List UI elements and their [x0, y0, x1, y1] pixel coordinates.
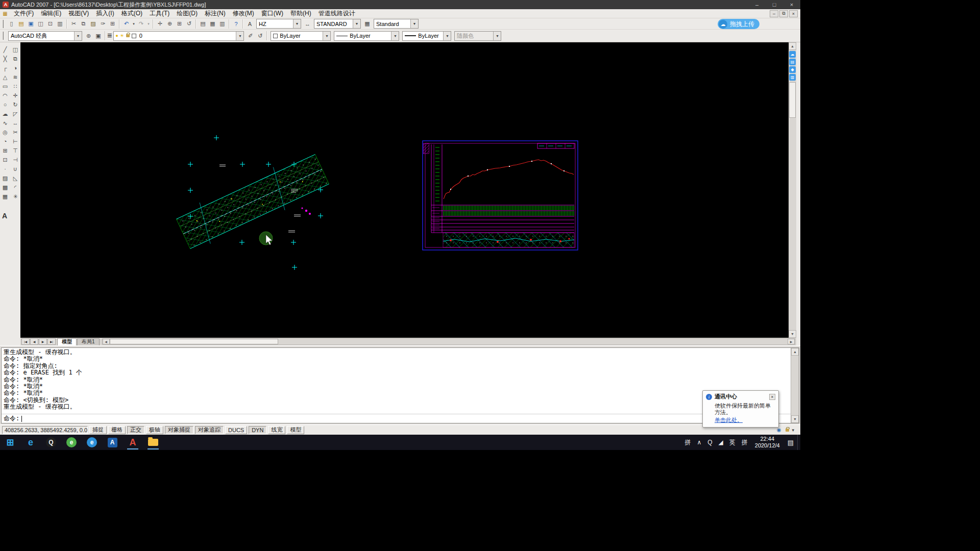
construction-line-icon[interactable]: ╳	[1, 54, 10, 63]
coordinate-readout[interactable]: 408256.2633, 3885492.4259, 0.0000	[2, 426, 88, 434]
command-prompt-line[interactable]: 命令:	[2, 414, 791, 423]
mdi-restore-button[interactable]: ⧉	[779, 10, 788, 17]
properties-palette-icon[interactable]: ▤	[198, 19, 208, 29]
line-icon[interactable]: ╱	[1, 45, 10, 54]
mdi-close-button[interactable]: ×	[789, 10, 798, 17]
plugin-dock-icon-1[interactable]: ▤	[789, 59, 796, 65]
taskbar-app-autocad[interactable]: A	[122, 435, 143, 450]
tab-nav-3[interactable]: ▶|	[47, 338, 56, 345]
save-workspace-icon[interactable]: ▣	[93, 31, 103, 40]
polygon-icon[interactable]: △	[1, 72, 10, 82]
scroll-down-button[interactable]: ▼	[791, 415, 799, 423]
combo-arrow-icon[interactable]: ▼	[74, 32, 82, 40]
scale-icon[interactable]: ◸	[11, 109, 20, 118]
tab-布局1[interactable]: 布局1	[77, 338, 100, 345]
combo-arrow-icon[interactable]: ▼	[293, 19, 301, 28]
tray-ime-mode[interactable]: 拼	[739, 435, 751, 450]
taskbar-app-ie[interactable]: e	[82, 435, 102, 450]
zoom-realtime-icon[interactable]: ⊕	[165, 19, 175, 29]
model-space-canvas[interactable]	[20, 42, 789, 338]
undo-icon[interactable]: ↶	[121, 19, 131, 29]
close-button[interactable]: ×	[783, 0, 800, 9]
table-style-icon[interactable]: ▦	[362, 19, 372, 29]
status-toggle-线宽[interactable]: 线宽	[268, 426, 285, 434]
combo-arrow-icon[interactable]: ▼	[353, 19, 360, 28]
linetype-combo[interactable]: ByLayer ▼	[334, 31, 399, 41]
make-block-icon[interactable]: ⊡	[1, 155, 10, 164]
qnew-icon[interactable]: ▯	[7, 19, 16, 29]
taskbar-app-qq[interactable]: Q	[41, 435, 61, 450]
scroll-up-button[interactable]: ▲	[791, 348, 799, 356]
scrollbar-thumb[interactable]	[789, 82, 796, 118]
mdi-minimize-button[interactable]: –	[770, 10, 778, 17]
tray-notification-icon[interactable]: ▤	[784, 435, 797, 450]
redo-more-icon[interactable]: ▾	[146, 19, 151, 29]
erase-icon[interactable]: ◫	[11, 45, 20, 54]
menu-item-标注(N)[interactable]: 标注(N)	[201, 9, 229, 18]
text-style-combo[interactable]: HZ ▼	[256, 19, 301, 29]
gradient-icon[interactable]: ▩	[1, 183, 10, 192]
rectangle-icon[interactable]: ▭	[1, 82, 10, 91]
canvas-drawing[interactable]	[20, 42, 789, 338]
stretch-icon[interactable]: ↔	[11, 118, 20, 128]
taskbar-app-cad-launcher[interactable]: A	[102, 435, 122, 450]
copy-object-icon[interactable]: ⧉	[11, 54, 20, 63]
trim-icon[interactable]: ✂	[11, 128, 20, 137]
undo-more-icon[interactable]: ▾	[131, 19, 136, 29]
scroll-right-button[interactable]: ▶	[788, 339, 795, 344]
layer-combo[interactable]: ● ☀ 0 ▼	[113, 31, 244, 41]
status-toggle-DUCS[interactable]: DUCS	[225, 426, 247, 434]
menu-item-插入(I)[interactable]: 插入(I)	[92, 9, 117, 18]
taskbar-app-explorer[interactable]	[143, 435, 163, 450]
taskbar-app-start[interactable]: ⊞	[0, 435, 20, 450]
menu-item-帮助(H)[interactable]: 帮助(H)	[287, 9, 315, 18]
redo-icon[interactable]: ↷	[136, 19, 146, 29]
pan-icon[interactable]: ✛	[155, 19, 165, 29]
offset-icon[interactable]: ≋	[11, 72, 20, 82]
taskbar-app-edge[interactable]: e	[20, 435, 41, 450]
combo-arrow-icon[interactable]: ▼	[443, 32, 451, 40]
taskbar-app-browser-360[interactable]: e	[61, 435, 82, 450]
plugin-dock-icon-3[interactable]: ▥	[789, 74, 796, 81]
open-icon[interactable]: ▤	[16, 19, 26, 29]
minimize-button[interactable]: –	[748, 0, 766, 9]
tab-nav-0[interactable]: |◀	[21, 338, 30, 345]
save-icon[interactable]: ▣	[26, 19, 36, 29]
popup-close-button[interactable]: ×	[769, 394, 775, 400]
copy-clip-icon[interactable]: ⧉	[79, 19, 88, 29]
circle-icon[interactable]: ○	[1, 100, 10, 109]
revision-cloud-icon[interactable]: ☁	[1, 109, 10, 118]
combo-arrow-icon[interactable]: ▼	[236, 32, 243, 40]
status-toggle-DYN[interactable]: DYN	[249, 426, 266, 434]
canvas-vertical-scrollbar[interactable]: ▲ ☁▤◆▥ ▼	[789, 42, 796, 338]
menu-item-工具(T)[interactable]: 工具(T)	[146, 9, 173, 18]
status-toggle-正交[interactable]: 正交	[127, 426, 144, 434]
communication-center-icon[interactable]: ◉	[777, 427, 781, 433]
polyline-icon[interactable]: ┌	[1, 63, 10, 72]
plot-preview-icon[interactable]: ⊡	[45, 19, 55, 29]
hatch-icon[interactable]: ▨	[1, 173, 10, 183]
paste-icon[interactable]: ▨	[88, 19, 98, 29]
tray-qq-tray[interactable]: Q	[704, 435, 715, 450]
zoom-previous-icon[interactable]: ↺	[184, 19, 194, 29]
array-icon[interactable]: ∷	[11, 82, 20, 91]
scroll-up-button[interactable]: ▲	[789, 42, 796, 50]
taskbar-clock[interactable]: 22:44 2020/12/4	[751, 436, 784, 449]
tray-network[interactable]: ◢	[716, 435, 726, 450]
publish-icon[interactable]: ▥	[55, 19, 65, 29]
layer-on-bulb-icon[interactable]: ●	[115, 33, 118, 38]
cloud-upload-button[interactable]: ☁ 拖拽上传	[718, 19, 760, 29]
layer-previous-icon[interactable]: ↺	[255, 31, 265, 40]
join-icon[interactable]: ∪	[11, 164, 20, 173]
status-toggle-捕捉[interactable]: 捕捉	[89, 426, 107, 434]
menu-item-格式(O)[interactable]: 格式(O)	[118, 9, 146, 18]
menu-item-编辑(E)[interactable]: 编辑(E)	[37, 9, 65, 18]
menu-item-绘图(D)[interactable]: 绘图(D)	[173, 9, 201, 18]
maximize-button[interactable]: □	[766, 0, 783, 9]
match-properties-icon[interactable]: ✑	[98, 19, 108, 29]
layer-lock-icon[interactable]	[126, 34, 130, 37]
toolbar-lock-icon[interactable]	[786, 429, 789, 432]
block-editor-icon[interactable]: ⊞	[108, 19, 117, 29]
status-menu-arrow-icon[interactable]: ▾	[792, 428, 794, 433]
status-toggle-极轴[interactable]: 极轴	[146, 426, 163, 434]
